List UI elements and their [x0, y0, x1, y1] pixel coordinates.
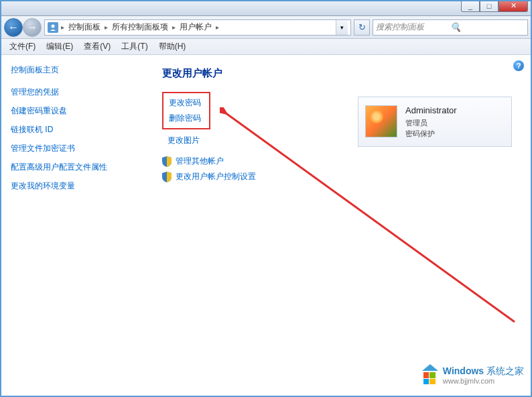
delete-password-link[interactable]: 删除密码 [169, 113, 201, 124]
window-controls: _ □ ✕ [461, 0, 528, 13]
back-button[interactable]: ← [4, 18, 23, 37]
close-button[interactable]: ✕ [498, 0, 528, 12]
menu-edit[interactable]: 编辑(E) [41, 39, 78, 54]
watermark-title: Windows 系统之家 [443, 366, 524, 376]
title-bar: _ □ ✕ [0, 0, 532, 16]
chevron-right-icon: ▸ [105, 23, 108, 31]
crumb-control-panel[interactable]: 控制面板 [66, 20, 103, 34]
search-placeholder: 搜索控制面板 [376, 21, 450, 33]
maximize-button[interactable]: □ [480, 0, 498, 12]
uac-settings-label: 更改用户帐户控制设置 [176, 171, 256, 182]
crumb-all-items[interactable]: 所有控制面板项 [109, 20, 171, 34]
main-panel: ? 更改用户帐户 更改密码 删除密码 更改图片 管理其他帐户 更改用户帐户控制设… [146, 55, 532, 394]
sidebar-reset-disk-link[interactable]: 创建密码重设盘 [11, 105, 135, 117]
sidebar-profile-link[interactable]: 配置高级用户配置文件属性 [11, 162, 135, 173]
address-dropdown[interactable]: ▾ [336, 20, 348, 35]
minimize-button[interactable]: _ [461, 0, 480, 12]
address-bar[interactable]: ▸ 控制面板 ▸ 所有控制面板项 ▸ 用户帐户 ▸ ▾ [44, 19, 351, 36]
navigation-bar: ← → ▸ 控制面板 ▸ 所有控制面板项 ▸ 用户帐户 ▸ ▾ ↻ 搜索控制面板… [0, 16, 532, 39]
help-icon[interactable]: ? [513, 60, 524, 71]
svg-point-0 [52, 24, 55, 27]
watermark-logo-icon [420, 366, 439, 385]
search-input[interactable]: 搜索控制面板 🔍 [373, 19, 528, 36]
menu-file[interactable]: 文件(F) [4, 39, 41, 54]
shield-icon [162, 156, 172, 167]
page-title: 更改用户帐户 [162, 67, 516, 80]
crumb-user-accounts[interactable]: 用户帐户 [177, 20, 214, 34]
manage-accounts-link[interactable]: 管理其他帐户 [162, 156, 516, 167]
breadcrumb: ▸ 控制面板 ▸ 所有控制面板项 ▸ 用户帐户 ▸ [61, 20, 336, 34]
user-card: Administrator 管理员 密码保护 [358, 97, 512, 147]
menu-tools[interactable]: 工具(T) [116, 39, 153, 54]
watermark-url: www.bjjmlv.com [443, 377, 524, 385]
sidebar-home-link[interactable]: 控制面板主页 [11, 64, 135, 76]
highlight-annotation: 更改密码 删除密码 [162, 92, 210, 129]
sidebar: 控制面板主页 管理您的凭据 创建密码重设盘 链接联机 ID 管理文件加密证书 配… [0, 55, 146, 394]
sidebar-online-id-link[interactable]: 链接联机 ID [11, 124, 135, 135]
sidebar-credentials-link[interactable]: 管理您的凭据 [11, 87, 135, 98]
uac-settings-link[interactable]: 更改用户帐户控制设置 [162, 171, 516, 182]
user-info: Administrator 管理员 密码保护 [405, 104, 457, 139]
content-area: 控制面板主页 管理您的凭据 创建密码重设盘 链接联机 ID 管理文件加密证书 配… [0, 55, 532, 394]
menu-help[interactable]: 帮助(H) [153, 39, 192, 54]
user-role: 管理员 [405, 117, 457, 129]
forward-button[interactable]: → [23, 18, 42, 37]
chevron-right-icon: ▸ [216, 23, 219, 31]
chevron-right-icon: ▸ [172, 23, 176, 31]
avatar [365, 105, 397, 137]
search-icon: 🔍 [450, 22, 525, 32]
nav-buttons: ← → [4, 18, 42, 37]
location-icon [48, 22, 58, 33]
user-status: 密码保护 [405, 128, 457, 139]
watermark: Windows 系统之家 www.bjjmlv.com [420, 366, 524, 385]
sidebar-env-vars-link[interactable]: 更改我的环境变量 [11, 180, 135, 192]
refresh-button[interactable]: ↻ [354, 19, 370, 36]
menu-bar: 文件(F) 编辑(E) 查看(V) 工具(T) 帮助(H) [0, 39, 532, 55]
chevron-right-icon: ▸ [61, 23, 64, 31]
user-name: Administrator [405, 104, 457, 117]
menu-view[interactable]: 查看(V) [78, 39, 116, 54]
manage-accounts-label: 管理其他帐户 [176, 156, 224, 167]
change-password-link[interactable]: 更改密码 [169, 97, 201, 109]
sidebar-certificates-link[interactable]: 管理文件加密证书 [11, 143, 135, 154]
shield-icon [162, 172, 172, 182]
